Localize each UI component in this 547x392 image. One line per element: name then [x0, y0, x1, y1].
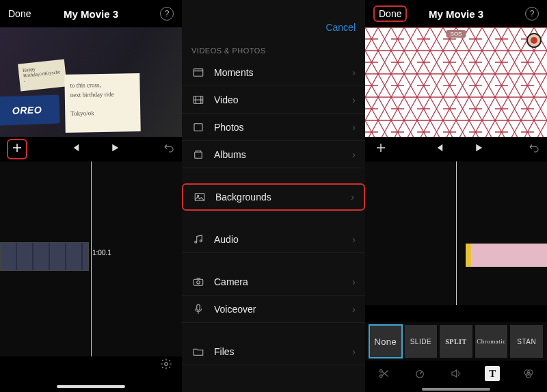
row-albums[interactable]: Albums › [182, 141, 365, 168]
playhead[interactable] [91, 161, 92, 367]
filters-tool-icon[interactable] [521, 366, 536, 381]
oreo-package: OREO [0, 94, 60, 125]
chevron-right-icon: › [352, 346, 356, 357]
cut-tool-icon[interactable] [376, 366, 391, 381]
video-icon [191, 93, 204, 106]
title-effects-strip: None SLIDE SPLIT Chromatic STAN [365, 322, 547, 361]
row-photos[interactable]: Photos › [182, 114, 365, 141]
undo-button[interactable] [163, 142, 175, 157]
svg-point-6 [197, 195, 198, 196]
row-label: Audio [214, 234, 343, 245]
volume-tool-icon[interactable] [449, 366, 464, 381]
row-label: Backgrounds [215, 192, 341, 202]
fx-standard[interactable]: STAN [510, 325, 543, 358]
home-indicator[interactable] [422, 388, 490, 391]
transport-bar [365, 137, 547, 161]
chevron-right-icon: › [352, 304, 356, 315]
svg-point-10 [196, 280, 200, 284]
video-preview[interactable]: Happy Birthday,\nKrysche - OREO to this … [0, 27, 182, 137]
cancel-button[interactable]: Cancel [325, 22, 356, 33]
play-button[interactable] [472, 142, 485, 157]
birthday-card: Happy Birthday,\nKrysche - [18, 60, 67, 92]
svg-point-7 [194, 241, 196, 243]
folder-icon [191, 345, 204, 358]
mic-icon [191, 302, 204, 315]
media-picker-panel: Cancel VIDEOS & PHOTOS Moments › Video ›… [182, 0, 365, 392]
fx-slide[interactable]: SLIDE [405, 325, 438, 358]
row-files[interactable]: Files › [182, 338, 365, 365]
header: Done My Movie 3 ? [0, 0, 182, 27]
fx-split[interactable]: SPLIT [440, 325, 472, 358]
row-label: Albums [214, 149, 343, 160]
chevron-right-icon: › [352, 276, 356, 287]
clip-duration: 1:00.1 [92, 249, 111, 257]
sos-badge: SOS [446, 30, 466, 38]
row-audio[interactable]: Audio › [182, 226, 365, 253]
camera-icon [191, 275, 204, 288]
settings-icon[interactable] [160, 358, 172, 373]
albums-icon [191, 148, 204, 161]
row-backgrounds[interactable]: Backgrounds › [182, 183, 365, 211]
chevron-right-icon: › [352, 67, 356, 78]
row-video[interactable]: Video › [182, 86, 365, 114]
fx-chromatic[interactable]: Chromatic [475, 325, 508, 358]
svg-rect-13 [365, 27, 547, 137]
add-media-button[interactable] [7, 139, 27, 159]
header: Done My Movie 3 ? [365, 0, 547, 27]
picker-header: Cancel [182, 0, 365, 41]
fx-none[interactable]: None [369, 325, 402, 358]
add-media-button[interactable] [372, 139, 390, 159]
color-badge-icon[interactable] [526, 33, 542, 48]
triangle-pattern [365, 27, 547, 137]
prev-button[interactable] [433, 142, 445, 157]
chevron-right-icon: › [352, 234, 356, 245]
done-button[interactable]: Done [373, 5, 407, 22]
row-label: Voiceover [214, 304, 343, 315]
help-icon[interactable]: ? [525, 7, 539, 21]
chevron-right-icon: › [352, 149, 356, 160]
timeline[interactable] [365, 161, 547, 305]
transport-bar [0, 137, 182, 161]
svg-point-8 [200, 239, 202, 241]
row-label: Camera [214, 276, 343, 287]
svg-point-0 [165, 363, 168, 366]
undo-button[interactable] [528, 142, 540, 157]
done-button[interactable]: Done [8, 8, 31, 19]
row-voiceover[interactable]: Voiceover › [182, 296, 365, 323]
speed-tool-icon[interactable] [412, 366, 427, 381]
editor-panel-left: Done My Movie 3 ? Happy Birthday,\nKrysc… [0, 0, 182, 392]
chevron-right-icon: › [352, 122, 356, 133]
home-indicator[interactable] [57, 385, 125, 388]
svg-rect-3 [194, 123, 202, 131]
svg-rect-9 [194, 279, 203, 285]
tool-row: T [365, 362, 547, 385]
video-clip[interactable] [0, 242, 89, 271]
moments-icon [191, 66, 204, 79]
play-button[interactable] [109, 142, 121, 157]
section-header: VIDEOS & PHOTOS [182, 41, 365, 59]
image-icon [193, 191, 206, 204]
timeline[interactable]: 1:00.1 [0, 161, 182, 367]
svg-rect-4 [194, 152, 202, 158]
video-preview[interactable]: SOS [365, 27, 547, 137]
row-label: Files [214, 346, 343, 357]
row-camera[interactable]: Camera › [182, 268, 365, 296]
handwritten-note: to this cross, next birthday ride Tokyo/… [64, 73, 140, 133]
playhead[interactable] [456, 161, 457, 305]
photos-icon [191, 120, 204, 133]
row-moments[interactable]: Moments › [182, 59, 365, 86]
prev-button[interactable] [69, 142, 81, 157]
background-clip[interactable] [471, 244, 547, 267]
editor-panel-right: Done My Movie 3 ? SOS [365, 0, 547, 392]
row-label: Video [214, 94, 343, 105]
svg-rect-1 [194, 68, 203, 76]
row-label: Moments [214, 67, 343, 78]
audio-icon [191, 233, 204, 246]
help-icon[interactable]: ? [160, 7, 174, 21]
svg-rect-11 [196, 304, 200, 310]
chevron-right-icon: › [351, 192, 354, 202]
bottom-bar [0, 356, 182, 392]
chevron-right-icon: › [352, 94, 356, 105]
text-tool-icon[interactable]: T [485, 366, 500, 381]
row-label: Photos [214, 122, 343, 133]
